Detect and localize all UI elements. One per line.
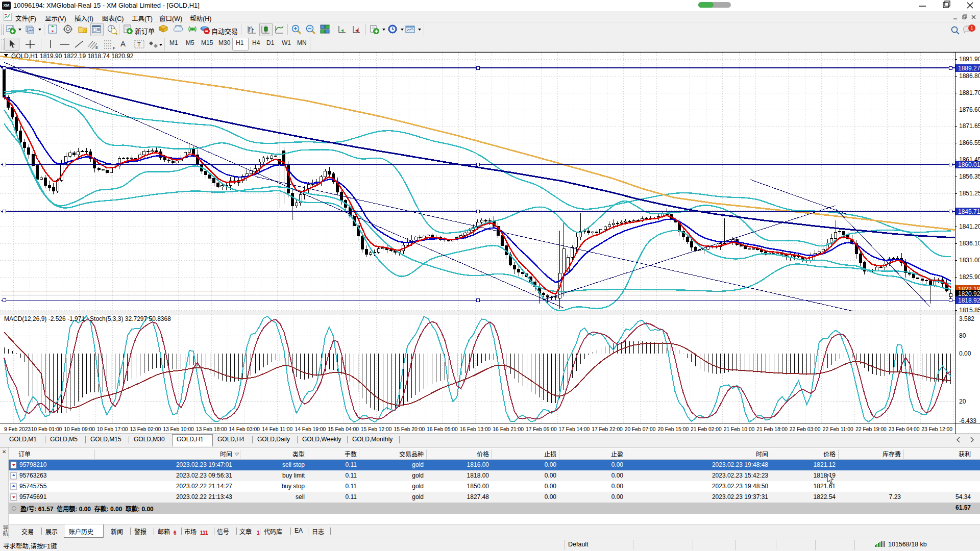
svg-text:1889.27: 1889.27	[958, 65, 980, 72]
svg-text:1: 1	[970, 26, 973, 31]
svg-text:10 Feb 17:00: 10 Feb 17:00	[97, 427, 128, 432]
svg-text:1856.35: 1856.35	[959, 173, 980, 180]
svg-text:13 Feb 18:00: 13 Feb 18:00	[196, 427, 227, 432]
svg-text:1851.25: 1851.25	[959, 190, 980, 197]
svg-text:14 Feb 11:00: 14 Feb 11:00	[262, 427, 292, 432]
svg-text:21 Feb 10:00: 21 Feb 10:00	[724, 427, 755, 432]
svg-text:F: F	[113, 46, 115, 50]
svg-text:21 Feb 18:00: 21 Feb 18:00	[756, 427, 788, 432]
svg-text:17 Feb 14:00: 17 Feb 14:00	[559, 427, 590, 432]
svg-text:15 Feb 04:00: 15 Feb 04:00	[328, 427, 359, 432]
svg-text:9 Feb 2023: 9 Feb 2023	[4, 427, 31, 432]
svg-text:80: 80	[959, 332, 966, 339]
svg-text:1818.92: 1818.92	[958, 297, 980, 304]
svg-text:0.00: 0.00	[959, 350, 971, 357]
svg-text:1860.01: 1860.01	[958, 161, 980, 168]
svg-text:1886.80: 1886.80	[959, 72, 980, 80]
svg-text:13 Feb 02:00: 13 Feb 02:00	[130, 427, 161, 432]
svg-text:1815.85: 1815.85	[959, 307, 980, 314]
svg-text:22 Feb 19:00: 22 Feb 19:00	[855, 427, 887, 432]
svg-text:16 Feb 21:00: 16 Feb 21:00	[493, 427, 524, 432]
svg-text:1866.55: 1866.55	[959, 139, 980, 146]
svg-text:MACD(12,26,9) -2.526 -1.971: MACD(12,26,9) -2.526 -1.971 Stoch(5,3,3)…	[4, 315, 171, 322]
svg-text:14 Feb 19:00: 14 Feb 19:00	[295, 427, 326, 432]
svg-text:20 Feb 15:00: 20 Feb 15:00	[657, 427, 689, 432]
svg-text:22 Feb 11:00: 22 Feb 11:00	[823, 427, 853, 432]
svg-text:15 Feb 20:00: 15 Feb 20:00	[394, 427, 425, 432]
svg-text:17 Feb 06:00: 17 Feb 06:00	[526, 427, 557, 432]
svg-text:1820.92: 1820.92	[958, 290, 980, 297]
svg-text:16 Feb 05:00: 16 Feb 05:00	[427, 427, 458, 432]
svg-text:1831.00: 1831.00	[959, 257, 980, 264]
svg-text:20: 20	[959, 398, 966, 405]
svg-text:20 Feb 07:00: 20 Feb 07:00	[625, 427, 656, 432]
svg-text:T: T	[137, 41, 141, 47]
svg-text:1891.90: 1891.90	[959, 56, 980, 63]
svg-text:1841.20: 1841.20	[959, 223, 980, 230]
svg-text:1836.10: 1836.10	[959, 240, 980, 247]
svg-text:-6.433: -6.433	[959, 417, 976, 424]
svg-text:1871.65: 1871.65	[959, 122, 980, 130]
svg-text:17 Feb 22:00: 17 Feb 22:00	[592, 427, 623, 432]
svg-text:1845.71: 1845.71	[958, 208, 980, 215]
svg-text:22 Feb 03:00: 22 Feb 03:00	[790, 427, 821, 432]
svg-text:15 Feb 12:00: 15 Feb 12:00	[361, 427, 392, 432]
svg-text:1876.60: 1876.60	[959, 106, 980, 113]
svg-text:3.582: 3.582	[959, 315, 974, 322]
svg-text:23 Feb 12:00: 23 Feb 12:00	[921, 427, 952, 432]
svg-text:16 Feb 13:00: 16 Feb 13:00	[460, 427, 491, 432]
svg-text:GOLD,H1 1819.90 1822.19 1818.: GOLD,H1 1819.90 1822.19 1818.74 1820.92	[11, 53, 134, 60]
svg-text:14 Feb 03:00: 14 Feb 03:00	[229, 427, 260, 432]
svg-text:10 Feb 09:00: 10 Feb 09:00	[64, 427, 95, 432]
svg-text:1881.70: 1881.70	[959, 89, 980, 96]
svg-text:13 Feb 10:00: 13 Feb 10:00	[163, 427, 194, 432]
svg-text:21 Feb 02:00: 21 Feb 02:00	[691, 427, 722, 432]
svg-text:10 Feb 01:00: 10 Feb 01:00	[31, 427, 62, 432]
svg-text:E: E	[95, 45, 98, 50]
svg-text:23 Feb 04:00: 23 Feb 04:00	[889, 427, 920, 432]
svg-text:1825.90: 1825.90	[959, 273, 980, 281]
